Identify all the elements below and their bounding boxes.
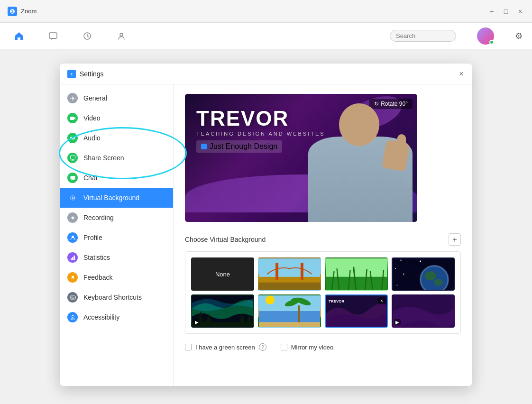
video-icon — [67, 113, 78, 123]
app-titlebar: Z Zoom − □ × — [0, 0, 532, 23]
sidebar-label-profile: Profile — [83, 234, 102, 241]
gear-icon[interactable]: ⚙ — [515, 31, 523, 41]
mirror-video-option[interactable]: Mirror my video — [281, 344, 334, 351]
svg-point-52 — [420, 261, 421, 262]
rotate-label: Rotate 90° — [381, 101, 408, 107]
green-screen-checkbox[interactable] — [185, 344, 192, 350]
svg-rect-33 — [301, 263, 303, 280]
home-nav-button[interactable] — [9, 27, 28, 46]
svg-point-55 — [396, 285, 397, 286]
minimize-button[interactable]: − — [487, 7, 496, 16]
bg-delete-button-trevor[interactable]: × — [378, 297, 385, 304]
svg-point-6 — [72, 97, 74, 100]
svg-point-50 — [400, 260, 401, 261]
svg-point-48 — [434, 279, 443, 286]
svg-rect-26 — [72, 297, 73, 298]
green-screen-help-icon[interactable]: ? — [259, 343, 266, 351]
sidebar-item-accessibility[interactable]: Accessibility — [60, 307, 173, 327]
share-icon — [67, 153, 78, 163]
search-input[interactable] — [390, 30, 456, 42]
svg-rect-32 — [275, 263, 278, 280]
sidebar-label-share: Share Screen — [83, 154, 124, 162]
meetings-nav-button[interactable] — [78, 27, 97, 46]
svg-point-8 — [70, 137, 72, 138]
sidebar-item-feedback[interactable]: Feedback — [60, 267, 173, 287]
svg-rect-28 — [72, 298, 74, 298]
svg-point-4 — [120, 33, 123, 36]
sidebar-label-video: Video — [83, 114, 101, 122]
statistics-icon — [67, 252, 78, 263]
settings-close-button[interactable]: × — [456, 69, 467, 79]
svg-point-53 — [395, 268, 396, 269]
sidebar-item-video[interactable]: Video — [60, 108, 173, 128]
svg-text:Z: Z — [71, 73, 73, 76]
chat-icon — [67, 173, 78, 183]
virtual-background-preview: TREVOR TEACHING DESIGN AND WEBSITES Just… — [185, 94, 417, 222]
bg-item-purple[interactable]: ▶ — [392, 294, 455, 328]
bg-item-aurora[interactable]: ▶ — [191, 294, 254, 328]
svg-rect-64 — [259, 322, 320, 327]
user-avatar[interactable] — [477, 28, 494, 45]
preview-person — [294, 94, 417, 222]
green-screen-option[interactable]: I have a green screen ? — [185, 343, 266, 351]
maximize-button[interactable]: □ — [502, 7, 510, 16]
navbar: ⚙ — [0, 23, 532, 49]
mirror-video-checkbox[interactable] — [281, 344, 287, 350]
feedback-icon — [67, 272, 78, 283]
svg-text:Z: Z — [11, 10, 14, 13]
sidebar-item-statistics[interactable]: Statistics — [60, 248, 173, 267]
bg-video-icon-purple: ▶ — [394, 319, 401, 325]
sidebar-item-profile[interactable]: Profile — [60, 228, 173, 248]
contacts-nav-button[interactable] — [112, 27, 131, 46]
sidebar-item-recording[interactable]: Recording — [60, 208, 173, 228]
virtual-background-icon — [67, 193, 78, 203]
svg-rect-63 — [259, 311, 320, 322]
sidebar-item-audio[interactable]: Audio — [60, 128, 173, 148]
bg-item-none[interactable]: None — [191, 257, 254, 291]
badge-icon — [201, 144, 207, 149]
sidebar-label-audio: Audio — [83, 134, 101, 142]
bg-item-golden-gate[interactable] — [258, 257, 321, 291]
svg-point-54 — [403, 274, 404, 275]
svg-rect-35 — [326, 258, 387, 277]
bg-item-beach[interactable] — [258, 294, 321, 328]
svg-rect-65 — [298, 305, 300, 322]
accessibility-icon — [67, 312, 78, 322]
settings-window: Z Settings × General — [60, 64, 472, 386]
svg-point-29 — [72, 315, 73, 316]
close-button[interactable]: × — [516, 7, 524, 16]
svg-point-9 — [73, 137, 75, 138]
profile-icon — [67, 232, 78, 243]
search-area — [390, 30, 456, 42]
bg-none-label: None — [215, 271, 230, 278]
rotate-icon: ↻ — [374, 101, 379, 107]
keyboard-icon — [67, 292, 78, 303]
sidebar-label-chat: Chat — [83, 174, 98, 182]
settings-sidebar: General Video — [60, 84, 174, 386]
svg-rect-13 — [70, 176, 75, 180]
mirror-video-label: Mirror my video — [291, 344, 334, 351]
chat-nav-button[interactable] — [44, 27, 63, 46]
sidebar-item-keyboard[interactable]: Keyboard Shortcuts — [60, 287, 173, 307]
bg-item-grass[interactable] — [325, 257, 388, 291]
rotate-button[interactable]: ↻ Rotate 90° — [369, 99, 413, 109]
svg-rect-25 — [71, 297, 72, 298]
sidebar-item-chat[interactable]: Chat — [60, 168, 173, 188]
add-background-button[interactable]: ＋ — [449, 233, 461, 246]
svg-rect-27 — [73, 297, 74, 298]
preview-badge-text: Just Enough Design — [210, 142, 277, 151]
app-title: Zoom — [21, 8, 37, 15]
general-icon — [67, 93, 78, 103]
settings-logo: Z — [67, 70, 76, 78]
settings-content-area: TREVOR TEACHING DESIGN AND WEBSITES Just… — [174, 84, 472, 386]
sidebar-item-general[interactable]: General — [60, 88, 173, 108]
bg-item-trevor[interactable]: TREVOR × — [325, 294, 388, 328]
svg-rect-7 — [70, 117, 74, 120]
sidebar-item-virtual-background[interactable]: Virtual Background — [60, 188, 173, 208]
sidebar-label-keyboard: Keyboard Shortcuts — [83, 294, 142, 301]
recording-icon — [67, 212, 78, 223]
sidebar-item-share[interactable]: Share Screen — [60, 148, 173, 168]
svg-point-69 — [266, 295, 275, 304]
bg-item-space[interactable] — [392, 257, 455, 291]
sidebar-label-feedback: Feedback — [83, 274, 112, 281]
